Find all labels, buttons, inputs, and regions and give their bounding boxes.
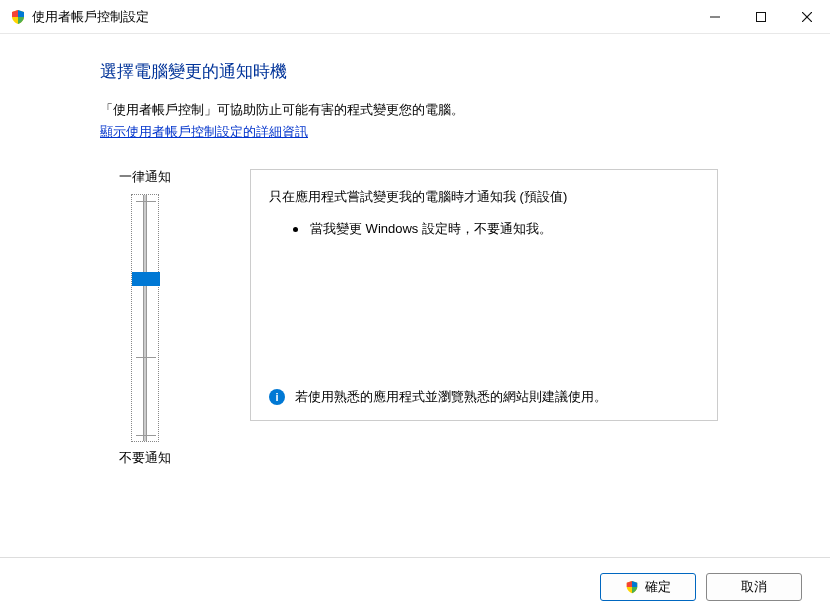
bullet-icon [293,227,298,232]
cancel-button[interactable]: 取消 [706,573,802,601]
window-title: 使用者帳戶控制設定 [32,8,149,26]
ok-button[interactable]: 確定 [600,573,696,601]
slider-thumb[interactable] [132,272,160,286]
details-link[interactable]: 顯示使用者帳戶控制設定的詳細資訊 [100,124,308,139]
shield-icon [625,580,639,594]
slider-label-never: 不要通知 [119,450,171,467]
description-bullet: 當我變更 Windows 設定時，不要通知我。 [269,220,699,238]
description-bullet-text: 當我變更 Windows 設定時，不要通知我。 [310,220,552,238]
close-button[interactable] [784,0,830,34]
notification-slider[interactable] [131,194,159,442]
titlebar: 使用者帳戶控制設定 [0,0,830,34]
window-controls [692,0,830,34]
slider-column: 一律通知 不要通知 [100,169,190,467]
maximize-button[interactable] [738,0,784,34]
recommendation-row: i 若使用熟悉的應用程式並瀏覽熟悉的網站則建議使用。 [269,388,699,406]
cancel-button-label: 取消 [741,578,767,596]
page-subtitle: 「使用者帳戶控制」可協助防止可能有害的程式變更您的電腦。 [100,101,830,119]
description-box: 只在應用程式嘗試變更我的電腦時才通知我 (預設值) 當我變更 Windows 設… [250,169,718,421]
description-column: 只在應用程式嘗試變更我的電腦時才通知我 (預設值) 當我變更 Windows 設… [250,169,718,467]
shield-icon [10,9,26,25]
footer: 確定 取消 [0,557,830,615]
slider-label-always: 一律通知 [119,169,171,186]
recommendation-text: 若使用熟悉的應用程式並瀏覽熟悉的網站則建議使用。 [295,388,607,406]
ok-button-label: 確定 [645,578,671,596]
info-icon: i [269,389,285,405]
page-heading: 選擇電腦變更的通知時機 [100,60,830,83]
description-title: 只在應用程式嘗試變更我的電腦時才通知我 (預設值) [269,188,699,206]
svg-rect-1 [757,12,766,21]
minimize-button[interactable] [692,0,738,34]
content-area: 選擇電腦變更的通知時機 「使用者帳戶控制」可協助防止可能有害的程式變更您的電腦。… [0,34,830,467]
